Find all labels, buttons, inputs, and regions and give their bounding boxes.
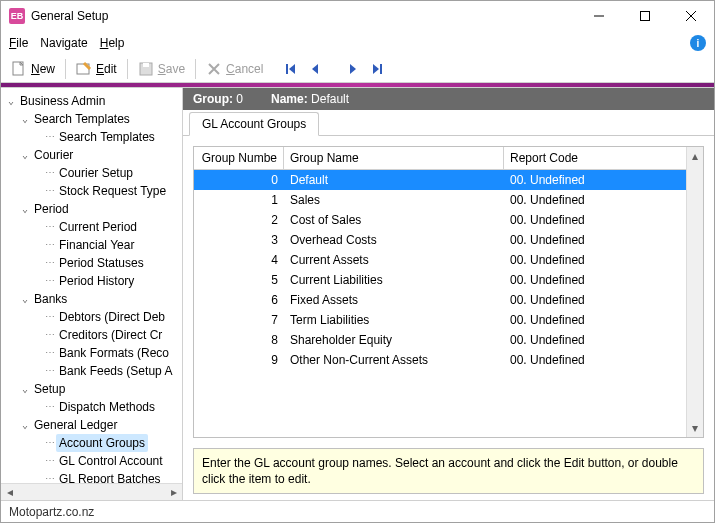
maximize-icon	[640, 11, 650, 21]
tree-period-history[interactable]: Period History	[56, 272, 137, 290]
tree-panel: ⌄Business Admin ⌄Search Templates ⋯Searc…	[1, 88, 183, 500]
table-row[interactable]: 8Shareholder Equity00. Undefined	[194, 330, 686, 350]
close-icon	[686, 11, 696, 21]
tree-courier[interactable]: Courier	[31, 146, 76, 164]
col-report-code[interactable]: Report Code	[504, 147, 686, 169]
tree-bank-feeds[interactable]: Bank Feeds (Setup A	[56, 362, 175, 380]
cell-group-number: 6	[194, 293, 284, 307]
titlebar: EB General Setup	[1, 1, 714, 31]
toolbar-sep	[195, 59, 196, 79]
close-button[interactable]	[668, 1, 714, 31]
chevron-down-icon[interactable]: ⌄	[19, 146, 31, 164]
table-row[interactable]: 9Other Non-Current Assets00. Undefined	[194, 350, 686, 370]
table-row[interactable]: 3Overhead Costs00. Undefined	[194, 230, 686, 250]
chevron-down-icon[interactable]: ⌄	[19, 380, 31, 398]
tree-dispatch[interactable]: Dispatch Methods	[56, 398, 158, 416]
grid-header: Group Numbe Group Name Report Code	[194, 147, 686, 170]
record-header: Group: 0 Name: Default	[183, 88, 714, 110]
cell-group-name: Overhead Costs	[284, 233, 504, 247]
nav-tree[interactable]: ⌄Business Admin ⌄Search Templates ⋯Searc…	[1, 88, 182, 483]
scroll-down-icon[interactable]: ▾	[687, 420, 703, 437]
table-row[interactable]: 1Sales00. Undefined	[194, 190, 686, 210]
new-button[interactable]: New	[7, 59, 59, 79]
save-button: Save	[134, 59, 189, 79]
tab-gl-account-groups[interactable]: GL Account Groups	[189, 112, 319, 136]
scroll-right-icon[interactable]: ▸	[165, 484, 182, 501]
tree-debtors[interactable]: Debtors (Direct Deb	[56, 308, 168, 326]
tree-dots-icon: ⋯	[45, 128, 54, 146]
cell-group-name: Other Non-Current Assets	[284, 353, 504, 367]
cell-group-number: 3	[194, 233, 284, 247]
tree-search-templates-child[interactable]: Search Templates	[56, 128, 158, 146]
tree-gl-control[interactable]: GL Control Account	[56, 452, 166, 470]
svg-rect-4	[143, 63, 149, 67]
table-row[interactable]: 2Cost of Sales00. Undefined	[194, 210, 686, 230]
grid-vertical-scrollbar[interactable]: ▴ ▾	[686, 147, 703, 437]
cell-group-number: 7	[194, 313, 284, 327]
body: ⌄Business Admin ⌄Search Templates ⋯Searc…	[1, 87, 714, 500]
grid: Group Numbe Group Name Report Code 0Defa…	[193, 146, 704, 438]
col-group-name[interactable]: Group Name	[284, 147, 504, 169]
tree-bank-formats[interactable]: Bank Formats (Reco	[56, 344, 172, 362]
chevron-down-icon[interactable]: ⌄	[5, 92, 17, 110]
chevron-down-icon[interactable]: ⌄	[19, 416, 31, 434]
tree-general-ledger[interactable]: General Ledger	[31, 416, 120, 434]
chevron-down-icon[interactable]: ⌄	[19, 200, 31, 218]
tree-stock-request-type[interactable]: Stock Request Type	[56, 182, 169, 200]
cell-group-number: 8	[194, 333, 284, 347]
table-row[interactable]: 5Current Liabilities00. Undefined	[194, 270, 686, 290]
minimize-button[interactable]	[576, 1, 622, 31]
nav-last-button[interactable]	[367, 59, 387, 79]
save-icon	[138, 61, 154, 77]
cell-report-code: 00. Undefined	[504, 253, 686, 267]
cell-report-code: 00. Undefined	[504, 193, 686, 207]
tree-setup[interactable]: Setup	[31, 380, 68, 398]
menubar: File Navigate Help i	[1, 31, 714, 55]
tree-period[interactable]: Period	[31, 200, 72, 218]
header-name-value: Default	[311, 92, 349, 106]
nav-prev-button[interactable]	[305, 59, 325, 79]
tree-current-period[interactable]: Current Period	[56, 218, 140, 236]
tree-horizontal-scrollbar[interactable]: ◂ ▸	[1, 483, 182, 500]
content-panel: Group: 0 Name: Default GL Account Groups…	[183, 88, 714, 500]
col-group-number[interactable]: Group Numbe	[194, 147, 284, 169]
nav-first-icon	[285, 63, 297, 75]
edit-button[interactable]: Edit	[72, 59, 121, 79]
menu-navigate[interactable]: Navigate	[40, 36, 87, 50]
table-row[interactable]: 7Term Liabilities00. Undefined	[194, 310, 686, 330]
tree-courier-setup[interactable]: Courier Setup	[56, 164, 136, 182]
cell-report-code: 00. Undefined	[504, 213, 686, 227]
tree-business-admin[interactable]: Business Admin	[17, 92, 108, 110]
tree-financial-year[interactable]: Financial Year	[56, 236, 137, 254]
grid-body[interactable]: 0Default00. Undefined1Sales00. Undefined…	[194, 170, 686, 437]
table-row[interactable]: 0Default00. Undefined	[194, 170, 686, 190]
nav-first-button[interactable]	[281, 59, 301, 79]
tree-creditors[interactable]: Creditors (Direct Cr	[56, 326, 165, 344]
tree-banks[interactable]: Banks	[31, 290, 70, 308]
help-icon[interactable]: i	[690, 35, 706, 51]
cancel-button: Cancel	[202, 59, 267, 79]
nav-next-button[interactable]	[343, 59, 363, 79]
nav-prev-icon	[309, 63, 321, 75]
tree-period-statuses[interactable]: Period Statuses	[56, 254, 147, 272]
chevron-down-icon[interactable]: ⌄	[19, 110, 31, 128]
statusbar: Motopartz.co.nz	[1, 500, 714, 522]
table-row[interactable]: 4Current Assets00. Undefined	[194, 250, 686, 270]
cell-report-code: 00. Undefined	[504, 273, 686, 287]
header-group-value: 0	[236, 92, 243, 106]
scroll-up-icon[interactable]: ▴	[687, 147, 703, 164]
table-row[interactable]: 6Fixed Assets00. Undefined	[194, 290, 686, 310]
chevron-down-icon[interactable]: ⌄	[19, 290, 31, 308]
cell-group-name: Fixed Assets	[284, 293, 504, 307]
menu-help[interactable]: Help	[100, 36, 125, 50]
minimize-icon	[594, 11, 604, 21]
tree-search-templates[interactable]: Search Templates	[31, 110, 133, 128]
tree-gl-report-batches[interactable]: GL Report Batches	[56, 470, 164, 483]
cell-group-name: Cost of Sales	[284, 213, 504, 227]
tree-account-groups[interactable]: Account Groups	[56, 434, 148, 452]
maximize-button[interactable]	[622, 1, 668, 31]
menu-file[interactable]: File	[9, 36, 28, 50]
nav-next-icon	[347, 63, 359, 75]
app-icon: EB	[9, 8, 25, 24]
scroll-left-icon[interactable]: ◂	[1, 484, 18, 501]
